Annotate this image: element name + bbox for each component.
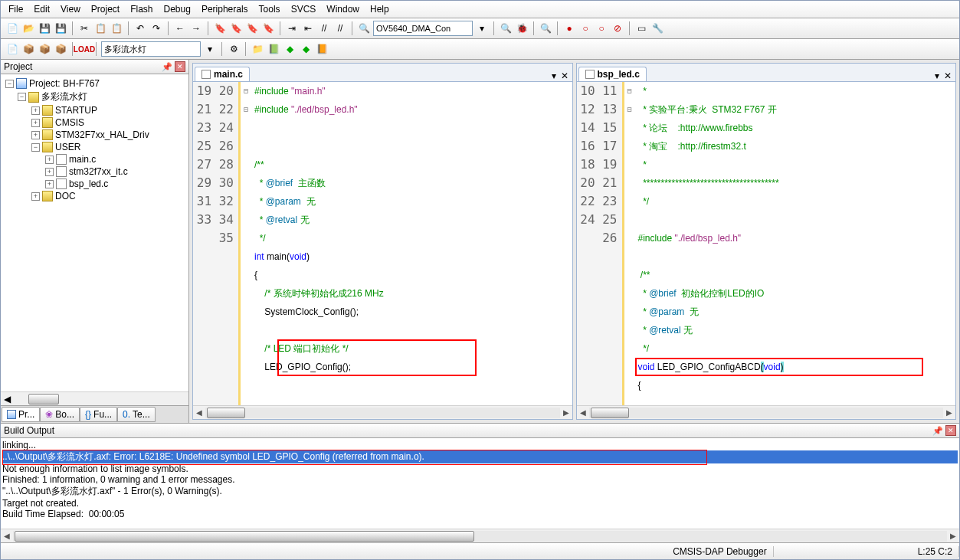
build-line[interactable]: Target not created. bbox=[2, 498, 958, 509]
breakpoint-kill-icon[interactable]: ⊘ bbox=[611, 21, 624, 35]
build-hscroll[interactable]: ◀▶ bbox=[1, 529, 959, 542]
build-line[interactable]: Not enough information to list image sym… bbox=[2, 463, 958, 474]
build-line[interactable]: ..\..\Output\多彩流水灯.axf: Error: L6218E: U… bbox=[2, 450, 958, 463]
paste-icon[interactable]: 📋 bbox=[110, 21, 123, 35]
build-panel-header: Build Output 📌 ✕ bbox=[1, 424, 959, 438]
menu-window[interactable]: Window bbox=[326, 4, 359, 15]
menu-file[interactable]: File bbox=[8, 4, 23, 15]
bookmark-prev-icon[interactable]: 🔖 bbox=[229, 21, 243, 35]
window-icon[interactable]: ▭ bbox=[634, 21, 648, 35]
find-in-files-icon[interactable]: 🔍 bbox=[499, 21, 513, 35]
editor-right-tabs: bsp_led.c ▾ ✕ bbox=[577, 64, 956, 82]
menu-help[interactable]: Help bbox=[370, 4, 389, 15]
build-output[interactable]: linking.....\..\Output\多彩流水灯.axf: Error:… bbox=[1, 438, 959, 529]
group-cmsis[interactable]: +CMSIS bbox=[4, 116, 185, 129]
zoom-icon[interactable]: 🔍 bbox=[539, 21, 552, 35]
editor-right-tab[interactable]: bsp_led.c bbox=[578, 67, 647, 81]
build-line[interactable]: Finished: 1 information, 0 warning and 1… bbox=[2, 474, 958, 485]
cut-icon[interactable]: ✂ bbox=[77, 21, 91, 35]
menu-project[interactable]: Project bbox=[91, 4, 120, 15]
target-combo[interactable] bbox=[101, 41, 201, 57]
pin-icon[interactable]: 📌 bbox=[932, 426, 943, 436]
config-icon[interactable]: 📙 bbox=[315, 42, 329, 56]
file-bspled[interactable]: +bsp_led.c bbox=[4, 178, 185, 190]
group-user[interactable]: −USER bbox=[4, 141, 185, 153]
menu-flash[interactable]: Flash bbox=[130, 4, 152, 15]
build-line[interactable]: "..\..\Output\多彩流水灯.axf" - 1 Error(s), 0… bbox=[2, 485, 958, 498]
editor-area: main.c ▾ ✕ 19 20 21 22 23 24 25 26 27 28… bbox=[189, 60, 959, 423]
translate-icon[interactable]: 📄 bbox=[5, 42, 19, 56]
dropdown-icon[interactable]: ▾ bbox=[475, 21, 489, 35]
project-root[interactable]: −Project: BH-F767 bbox=[4, 77, 185, 90]
target-dropdown-icon[interactable]: ▾ bbox=[203, 42, 217, 56]
close-panel-icon[interactable]: ✕ bbox=[175, 61, 185, 72]
project-tree[interactable]: −Project: BH-F767 −多彩流水灯 +STARTUP +CMSIS… bbox=[1, 74, 188, 391]
editor-left-code[interactable]: 19 20 21 22 23 24 25 26 27 28 29 30 31 3… bbox=[193, 82, 572, 405]
debug-icon[interactable]: 🐞 bbox=[515, 21, 529, 35]
bookmark-clear-icon[interactable]: 🔖 bbox=[261, 21, 275, 35]
bookmark-next-icon[interactable]: 🔖 bbox=[245, 21, 259, 35]
saveall-icon[interactable]: 💾 bbox=[54, 21, 67, 35]
tab-templates[interactable]: 0.Te... bbox=[117, 407, 156, 422]
editor-close-icon[interactable]: ✕ bbox=[559, 70, 571, 81]
tab-books[interactable]: ❀Bo... bbox=[40, 407, 80, 422]
redo-icon[interactable]: ↷ bbox=[149, 21, 163, 35]
build-line[interactable]: Build Time Elapsed: 00:00:05 bbox=[2, 509, 958, 519]
tab-functions[interactable]: {}Fu... bbox=[80, 407, 117, 422]
editor-dropdown-icon[interactable]: ▾ bbox=[932, 70, 942, 81]
editor-right-code[interactable]: 10 11 12 13 14 15 16 17 18 19 20 21 22 2… bbox=[577, 82, 956, 405]
breakpoint-disable-icon[interactable]: ○ bbox=[595, 21, 608, 35]
menu-peripherals[interactable]: Peripherals bbox=[202, 4, 248, 15]
target-options-icon[interactable]: ⚙ bbox=[227, 42, 241, 56]
editor-right-hscroll[interactable]: ◀▶ bbox=[577, 405, 956, 419]
rte-icon[interactable]: ◆ bbox=[299, 42, 313, 56]
find-combo[interactable] bbox=[373, 21, 473, 36]
group-startup[interactable]: +STARTUP bbox=[4, 104, 185, 116]
copy-icon[interactable]: 📋 bbox=[93, 21, 107, 35]
build-panel-title: Build Output bbox=[4, 425, 54, 436]
target-node[interactable]: −多彩流水灯 bbox=[4, 90, 185, 104]
breakpoint-enable-icon[interactable]: ○ bbox=[578, 21, 592, 35]
build-line[interactable]: linking... bbox=[2, 440, 958, 450]
menu-edit[interactable]: Edit bbox=[34, 4, 50, 15]
undo-icon[interactable]: ↶ bbox=[133, 21, 147, 35]
file-main[interactable]: +main.c bbox=[4, 153, 185, 165]
comment-icon[interactable]: // bbox=[317, 21, 331, 35]
breakpoint-insert-icon[interactable]: ● bbox=[562, 21, 576, 35]
tab-project[interactable]: Pr... bbox=[2, 407, 40, 422]
new-icon[interactable]: 📄 bbox=[5, 21, 19, 35]
indent-icon[interactable]: ⇥ bbox=[285, 21, 299, 35]
menu-debug[interactable]: Debug bbox=[164, 4, 191, 15]
toolbox-icon[interactable]: 🔧 bbox=[650, 21, 664, 35]
download-icon[interactable]: LOAD bbox=[77, 42, 91, 56]
uncomment-icon[interactable]: // bbox=[333, 21, 347, 35]
file-ext-icon[interactable]: 📁 bbox=[251, 42, 264, 56]
editor-left-hscroll[interactable]: ◀▶ bbox=[193, 405, 572, 419]
build-icon[interactable]: 📦 bbox=[21, 42, 35, 56]
editor-dropdown-icon[interactable]: ▾ bbox=[549, 70, 559, 81]
nav-fwd-icon[interactable]: → bbox=[189, 21, 203, 35]
rebuild-icon[interactable]: 📦 bbox=[38, 42, 51, 56]
pin-icon[interactable]: 📌 bbox=[162, 62, 172, 72]
group-hal[interactable]: +STM32F7xx_HAL_Driv bbox=[4, 129, 185, 141]
bookmark-icon[interactable]: 🔖 bbox=[213, 21, 227, 35]
editor-close-icon[interactable]: ✕ bbox=[942, 70, 954, 81]
find-icon[interactable]: 🔍 bbox=[357, 21, 371, 35]
manage-icon[interactable]: 📗 bbox=[267, 42, 280, 56]
group-doc[interactable]: +DOC bbox=[4, 190, 185, 202]
menu-view[interactable]: View bbox=[61, 4, 80, 15]
batch-build-icon[interactable]: 📦 bbox=[54, 42, 67, 56]
close-panel-icon[interactable]: ✕ bbox=[945, 425, 956, 436]
project-tabstrip: Pr... ❀Bo... {}Fu... 0.Te... bbox=[1, 405, 188, 423]
editor-right: bsp_led.c ▾ ✕ 10 11 12 13 14 15 16 17 18… bbox=[576, 63, 957, 420]
save-icon[interactable]: 💾 bbox=[38, 21, 51, 35]
nav-back-icon[interactable]: ← bbox=[173, 21, 187, 35]
tree-hscroll[interactable]: ◀ bbox=[1, 391, 188, 405]
open-icon[interactable]: 📂 bbox=[21, 21, 35, 35]
menu-tools[interactable]: Tools bbox=[259, 4, 280, 15]
editor-left-tab[interactable]: main.c bbox=[195, 67, 250, 81]
pack-icon[interactable]: ◆ bbox=[283, 42, 297, 56]
outdent-icon[interactable]: ⇤ bbox=[301, 21, 315, 35]
file-it[interactable]: +stm32f7xx_it.c bbox=[4, 165, 185, 178]
menu-svcs[interactable]: SVCS bbox=[291, 4, 316, 15]
